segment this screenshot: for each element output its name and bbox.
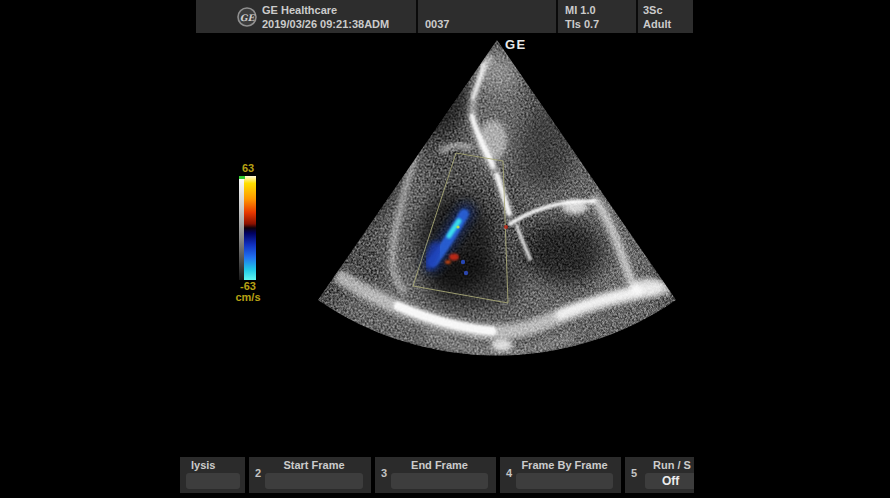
ultrasound-image xyxy=(0,0,890,498)
softkey-button-end-frame[interactable] xyxy=(391,473,488,489)
softkey-label: Start Frame xyxy=(265,459,363,471)
softkey-label: lysis xyxy=(191,459,215,471)
colorbar-unit-label: cm/s xyxy=(231,292,265,303)
softkey-label: Run / S xyxy=(653,459,691,471)
ultrasound-screen: GE GE Healthcare 2019/03/26 09:21:38ADM … xyxy=(0,0,890,498)
softkey-cell-frame-by-frame: 4 Frame By Frame xyxy=(500,457,621,493)
softkey-cell-analysis: lysis xyxy=(180,457,245,493)
softkey-number: 3 xyxy=(381,467,387,479)
softkey-number: 5 xyxy=(631,467,637,479)
softkey-number: 2 xyxy=(255,467,261,479)
softkey-button-start-frame[interactable] xyxy=(265,473,363,489)
softkey-number: 4 xyxy=(506,467,512,479)
softkey-button-frame-by-frame[interactable] xyxy=(516,473,613,489)
softkey-label: Frame By Frame xyxy=(516,459,613,471)
softkey-cell-run-stop: 5 Run / S Off xyxy=(625,457,694,493)
softkey-cell-end-frame: 3 End Frame xyxy=(375,457,496,493)
softkey-cell-start-frame: 2 Start Frame xyxy=(249,457,371,493)
doppler-colorbar xyxy=(239,176,256,280)
softkey-label: End Frame xyxy=(391,459,488,471)
softkey-button-analysis[interactable] xyxy=(186,473,240,489)
baseline-tick xyxy=(239,176,245,179)
velocity-color-strip xyxy=(244,176,256,280)
colorbar-max-label: 63 xyxy=(236,163,260,174)
b-mode-sector xyxy=(290,20,700,380)
softkey-bar: lysis 2 Start Frame 3 End Frame 4 Frame … xyxy=(180,457,694,493)
softkey-button-run-stop[interactable]: Off xyxy=(645,473,694,489)
